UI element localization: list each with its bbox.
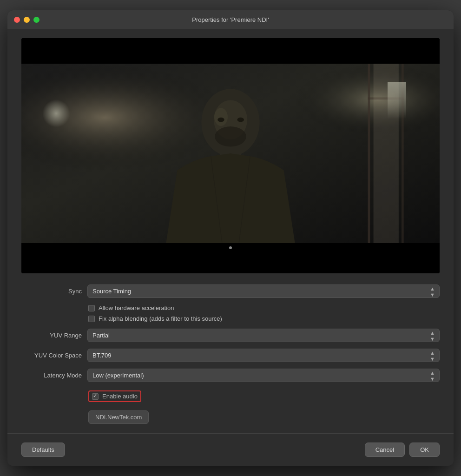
cancel-button[interactable]: Cancel xyxy=(365,443,405,457)
bottom-right-buttons: Cancel OK xyxy=(365,443,440,457)
latency-mode-row: Latency Mode Low (experimental) Normal H… xyxy=(21,369,440,382)
window-title: Properties for 'Premiere NDI' xyxy=(192,16,269,23)
yuv-color-space-select-wrapper: BT.709 BT.601 BT.2020 ▲ ▼ xyxy=(87,349,440,362)
letterbox-top xyxy=(21,38,440,64)
scroll-area: Sync Source Timing Internal Clock None ▲… xyxy=(7,29,454,433)
scene-svg xyxy=(21,64,440,243)
scene-background xyxy=(21,64,440,243)
fix-alpha-label: Fix alpha blending (adds a filter to thi… xyxy=(99,315,222,322)
checkboxes-section: Allow hardware acceleration Fix alpha bl… xyxy=(21,304,440,322)
enable-audio-label: Enable audio xyxy=(102,393,138,400)
minimize-button[interactable] xyxy=(24,17,30,23)
svg-point-10 xyxy=(214,108,228,126)
hardware-acceleration-label: Allow hardware acceleration xyxy=(99,304,174,311)
enable-audio-checkbox[interactable] xyxy=(92,393,99,400)
latency-mode-label: Latency Mode xyxy=(21,372,82,379)
svg-point-11 xyxy=(215,126,246,146)
yuv-color-space-select[interactable]: BT.709 BT.601 BT.2020 xyxy=(87,349,440,362)
sync-select[interactable]: Source Timing Internal Clock None xyxy=(87,284,440,298)
fix-alpha-row: Fix alpha blending (adds a filter to thi… xyxy=(88,315,440,322)
traffic-lights xyxy=(14,17,40,23)
ok-button[interactable]: OK xyxy=(409,443,440,457)
latency-mode-select[interactable]: Low (experimental) Normal High xyxy=(87,369,440,382)
sync-select-wrapper: Source Timing Internal Clock None ▲ ▼ xyxy=(87,284,440,298)
enable-audio-section: Enable audio xyxy=(21,390,440,402)
svg-point-12 xyxy=(217,118,224,122)
svg-point-13 xyxy=(237,118,244,122)
properties-window: Properties for 'Premiere NDI' xyxy=(7,10,454,466)
sync-row: Sync Source Timing Internal Clock None ▲… xyxy=(21,284,440,298)
video-preview xyxy=(21,38,440,273)
defaults-button[interactable]: Defaults xyxy=(21,443,65,457)
latency-mode-select-wrapper: Low (experimental) Normal High ▲ ▼ xyxy=(87,369,440,382)
bg-light-right xyxy=(388,82,406,119)
yuv-color-space-label: YUV Color Space xyxy=(21,352,82,359)
video-canvas xyxy=(21,38,440,273)
fix-alpha-checkbox[interactable] xyxy=(88,316,95,322)
yuv-range-row: YUV Range Partial Full ▲ ▼ xyxy=(21,329,440,342)
yuv-range-select-wrapper: Partial Full ▲ ▼ xyxy=(87,329,440,342)
svg-rect-3 xyxy=(368,64,370,243)
yuv-color-space-row: YUV Color Space BT.709 BT.601 BT.2020 ▲ … xyxy=(21,349,440,362)
hardware-acceleration-checkbox[interactable] xyxy=(88,305,95,311)
form-section: Sync Source Timing Internal Clock None ▲… xyxy=(21,284,440,424)
link-section: NDI.NewTek.com xyxy=(21,409,440,424)
enable-audio-highlighted-row: Enable audio xyxy=(88,390,141,402)
yuv-range-select[interactable]: Partial Full xyxy=(87,329,440,342)
bottom-bar: Defaults Cancel OK xyxy=(7,433,454,466)
content-area: Sync Source Timing Internal Clock None ▲… xyxy=(7,29,454,466)
maximize-button[interactable] xyxy=(33,17,40,23)
sync-label: Sync xyxy=(21,288,82,295)
close-button[interactable] xyxy=(14,17,20,23)
bg-light-left xyxy=(42,99,70,127)
progress-dot xyxy=(229,246,232,249)
hardware-acceleration-row: Allow hardware acceleration xyxy=(88,304,440,311)
yuv-range-label: YUV Range xyxy=(21,332,82,339)
title-bar: Properties for 'Premiere NDI' xyxy=(7,10,454,29)
ndi-link-button[interactable]: NDI.NewTek.com xyxy=(88,410,149,424)
